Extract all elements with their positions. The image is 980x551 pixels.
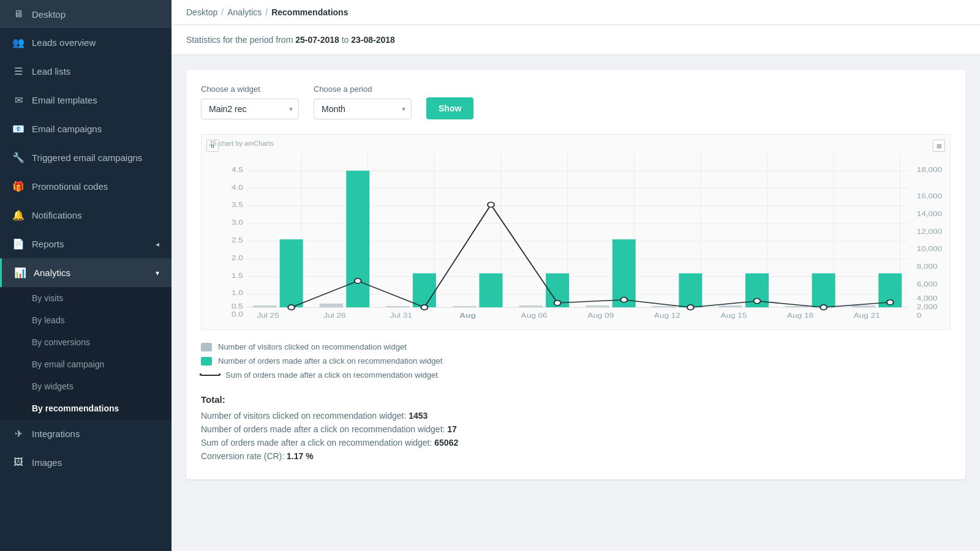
- by-recommendations-label: By recommendations: [32, 403, 119, 413]
- sidebar-item-analytics[interactable]: 📊 Analytics ▾: [0, 258, 172, 287]
- notifications-icon: 🔔: [12, 209, 24, 221]
- totals-value-orders: 17: [447, 424, 457, 434]
- sidebar-item-label: Triggered email campaigns: [32, 152, 142, 163]
- svg-text:3.0: 3.0: [232, 219, 243, 227]
- chart-expand-button[interactable]: ⊞: [933, 140, 945, 152]
- stats-bar: Statistics for the period from 25-07-201…: [172, 25, 980, 55]
- legend: Number of visitors clicked on recommenda…: [201, 342, 951, 380]
- svg-text:6,000: 6,000: [917, 281, 938, 288]
- sidebar-item-label: Integrations: [32, 429, 80, 439]
- lead-lists-icon: ☰: [12, 66, 24, 77]
- controls-row: Choose a widget Main2 rec Choose a perio…: [201, 84, 951, 119]
- totals-label-orders: Number of orders made after a click on r…: [201, 424, 447, 434]
- svg-rect-44: [453, 306, 476, 307]
- totals-row-cr: Conversion rate (CR): 1.17 %: [201, 451, 951, 461]
- main-content: Desktop / Analytics / Recommendations St…: [172, 0, 980, 551]
- svg-rect-50: [852, 305, 875, 307]
- sidebar-item-triggered-campaigns[interactable]: 🔧 Triggered email campaigns: [0, 143, 172, 172]
- svg-point-65: [554, 301, 561, 305]
- legend-text-sum: Sum of orders made after a click on reco…: [225, 370, 438, 380]
- svg-text:4.0: 4.0: [232, 184, 243, 191]
- svg-text:Aug 12: Aug 12: [654, 312, 680, 320]
- svg-rect-51: [280, 239, 303, 307]
- breadcrumb-current: Recommendations: [271, 7, 348, 17]
- email-campaigns-icon: 📧: [12, 123, 24, 135]
- svg-point-61: [288, 305, 295, 310]
- svg-rect-41: [253, 305, 276, 307]
- totals-title: Total:: [201, 394, 951, 405]
- widget-panel: Choose a widget Main2 rec Choose a perio…: [186, 70, 965, 479]
- svg-text:8,000: 8,000: [917, 263, 938, 271]
- sidebar-item-by-conversions[interactable]: By conversions: [0, 331, 172, 353]
- svg-text:0.5: 0.5: [232, 303, 243, 310]
- svg-rect-47: [652, 306, 676, 307]
- totals-row-orders: Number of orders made after a click on r…: [201, 424, 951, 434]
- sidebar-item-desktop[interactable]: 🖥 Desktop: [0, 0, 172, 28]
- sidebar-item-by-widgets[interactable]: By widgets: [0, 375, 172, 397]
- totals-section: Total: Number of visitors clicked on rec…: [201, 394, 951, 461]
- images-icon: 🖼: [12, 457, 24, 468]
- integrations-icon: ✈: [12, 428, 24, 440]
- sidebar-item-label: Promotional codes: [32, 181, 108, 192]
- sidebar-item-label: Notifications: [32, 210, 82, 220]
- widget-select-wrapper: Main2 rec: [201, 99, 299, 119]
- svg-rect-49: [785, 306, 809, 307]
- sidebar-item-notifications[interactable]: 🔔 Notifications: [0, 201, 172, 230]
- legend-item-visitors: Number of visitors clicked on recommenda…: [201, 342, 951, 351]
- widget-label: Choose a widget: [201, 84, 299, 94]
- svg-text:Jul 31: Jul 31: [390, 312, 413, 320]
- sidebar-item-by-leads[interactable]: By leads: [0, 309, 172, 331]
- totals-row-sum: Sum of orders made after a click on reco…: [201, 438, 951, 448]
- svg-text:Aug 09: Aug 09: [587, 312, 614, 320]
- sidebar-item-promo-codes[interactable]: 🎁 Promotional codes: [0, 172, 172, 201]
- svg-rect-43: [386, 306, 409, 307]
- content-area: Choose a widget Main2 rec Choose a perio…: [172, 55, 980, 551]
- svg-text:10,000: 10,000: [917, 246, 943, 253]
- svg-point-63: [421, 305, 428, 310]
- svg-text:16,000: 16,000: [917, 193, 943, 200]
- legend-swatch-gray: [201, 343, 212, 351]
- sidebar-item-images[interactable]: 🖼 Images: [0, 448, 172, 476]
- svg-text:12,000: 12,000: [917, 228, 943, 235]
- breadcrumb-analytics[interactable]: Analytics: [227, 7, 262, 17]
- stats-to: 23-08-2018: [351, 35, 395, 45]
- widget-select[interactable]: Main2 rec: [201, 99, 299, 119]
- svg-text:Aug 21: Aug 21: [854, 312, 880, 320]
- svg-rect-48: [719, 305, 742, 307]
- svg-point-66: [620, 298, 627, 302]
- sidebar-item-email-campaigns[interactable]: 📧 Email campaigns: [0, 114, 172, 143]
- svg-text:0: 0: [917, 312, 922, 320]
- by-conversions-label: By conversions: [32, 337, 90, 347]
- svg-text:2.0: 2.0: [232, 254, 243, 261]
- totals-value-sum: 65062: [434, 438, 458, 448]
- sidebar-item-reports[interactable]: 📄 Reports ◂: [0, 230, 172, 258]
- svg-rect-45: [519, 305, 543, 307]
- analytics-label: Analytics: [34, 268, 70, 278]
- analytics-icon: 📊: [14, 267, 26, 279]
- legend-item-orders: Number of orders made after a click on r…: [201, 356, 951, 365]
- sidebar-item-integrations[interactable]: ✈ Integrations: [0, 419, 172, 448]
- sidebar-item-lead-lists[interactable]: ☰ Lead lists: [0, 57, 172, 86]
- chart-label: JS chart by amCharts: [209, 140, 274, 147]
- sidebar-item-by-email-campaign[interactable]: By email campaign: [0, 353, 172, 375]
- leads-overview-icon: 👥: [12, 37, 24, 48]
- sidebar-item-label: Email templates: [32, 95, 97, 105]
- breadcrumb-desktop[interactable]: Desktop: [186, 7, 217, 17]
- period-select[interactable]: Day Week Month Quarter Year: [314, 99, 412, 119]
- svg-rect-59: [812, 273, 835, 307]
- totals-label-visitors: Number of visitors clicked on recommenda…: [201, 411, 409, 421]
- sidebar-item-email-templates[interactable]: ✉ Email templates: [0, 86, 172, 114]
- period-control: Choose a period Day Week Month Quarter Y…: [314, 84, 412, 119]
- sidebar-item-leads-overview[interactable]: 👥 Leads overview: [0, 28, 172, 57]
- legend-item-sum: Sum of orders made after a click on reco…: [201, 370, 951, 380]
- totals-label-cr: Conversion rate (CR):: [201, 451, 287, 461]
- triggered-icon: 🔧: [12, 152, 24, 163]
- chart-container: ⏸ JS chart by amCharts ⊞: [201, 134, 951, 330]
- chart-svg-wrapper: 4.5 4.0 3.5 3.0 2.5 2.0 1.5 1.0 0.5 0.0 …: [202, 153, 950, 329]
- svg-text:1.5: 1.5: [232, 272, 243, 279]
- show-button[interactable]: Show: [426, 97, 473, 119]
- svg-point-67: [687, 305, 694, 310]
- breadcrumb: Desktop / Analytics / Recommendations: [186, 7, 348, 17]
- sidebar-item-by-recommendations[interactable]: By recommendations: [0, 397, 172, 419]
- sidebar-item-by-visits[interactable]: By visits: [0, 287, 172, 309]
